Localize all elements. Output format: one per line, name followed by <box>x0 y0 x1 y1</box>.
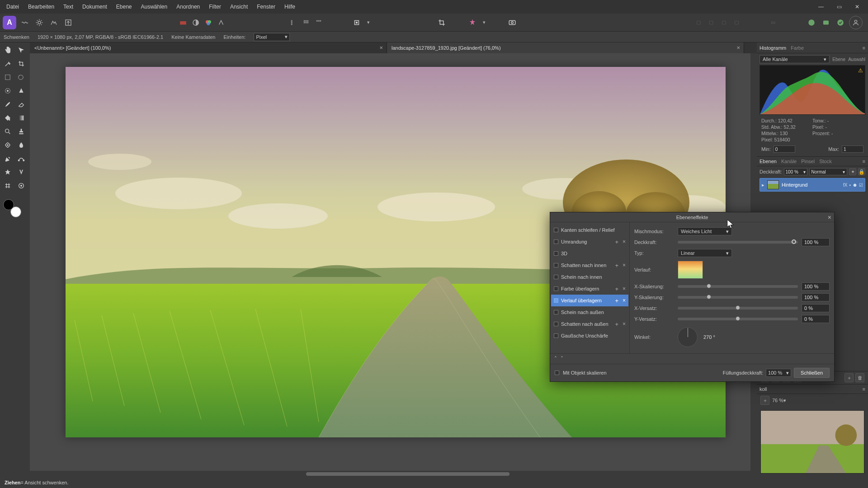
fx-remove-icon[interactable]: × <box>623 321 626 327</box>
angle-value[interactable]: 270 ° <box>701 333 729 341</box>
fx-remove-icon[interactable]: × <box>623 262 626 268</box>
persona-liquify-icon[interactable] <box>19 17 31 28</box>
angle-dial[interactable] <box>678 327 698 347</box>
align-left-icon[interactable] <box>288 17 299 28</box>
yoffset-slider[interactable] <box>678 318 798 320</box>
tab-brushes[interactable]: Pinsel <box>801 159 815 164</box>
fx-remove-icon[interactable]: × <box>623 286 626 292</box>
fx-checkbox[interactable] <box>554 286 558 291</box>
max-input[interactable] <box>842 145 863 153</box>
visible-icon[interactable]: ⏺ <box>853 183 857 188</box>
fx-checkbox[interactable] <box>554 322 558 326</box>
persona-export-icon[interactable] <box>62 17 74 28</box>
navigator-preview[interactable] <box>760 410 864 474</box>
tab-histogram[interactable]: Histogramm <box>760 45 786 51</box>
fx-item-8[interactable]: Schatten nach außen+× <box>551 318 628 330</box>
layer-opacity-input[interactable]: 100 %▾ <box>784 168 807 175</box>
fx-checkbox[interactable] <box>554 275 558 279</box>
anchor-dropdown-icon[interactable]: ▾ <box>365 17 372 28</box>
fx-item-0[interactable]: Kanten schleifen / Relief <box>551 224 628 236</box>
vector-crop-tool[interactable] <box>15 179 28 192</box>
blend-mode-select[interactable]: Normal▾ <box>809 168 847 175</box>
mesh-tool[interactable] <box>1 179 14 192</box>
flood-select-tool[interactable] <box>15 84 28 97</box>
fx-checkbox[interactable] <box>554 333 558 338</box>
gradient-tool[interactable] <box>15 112 28 124</box>
menu-filter[interactable]: Filter <box>204 2 226 12</box>
fx-item-2[interactable]: 3D <box>551 248 628 259</box>
panel-menu-icon[interactable]: ≡ <box>863 45 865 51</box>
layer-fx-button[interactable]: ✦ <box>849 168 856 175</box>
tab-stock[interactable]: Stock <box>819 159 832 164</box>
move-tool[interactable] <box>15 44 28 56</box>
fx-checkbox[interactable] <box>554 228 558 232</box>
menu-fenster[interactable]: Fenster <box>252 2 280 12</box>
stock-icon[interactable] <box>506 17 518 28</box>
blendmode-select[interactable]: Weiches Licht▾ <box>678 227 732 235</box>
anchor-target-icon[interactable] <box>351 17 363 28</box>
fx-item-4[interactable]: Schein nach innen <box>551 271 628 283</box>
scale-with-object-checkbox[interactable] <box>555 371 559 375</box>
paint-brush-tool[interactable] <box>1 98 14 111</box>
menu-ansicht[interactable]: Ansicht <box>226 2 252 12</box>
quickfx-icon[interactable] <box>467 17 478 28</box>
yoffset-value[interactable]: 0 % <box>802 315 830 323</box>
fx-item-3[interactable]: Schatten nach innen+× <box>551 259 628 271</box>
fx-add-icon[interactable]: + <box>615 321 618 328</box>
fx-checkbox[interactable] <box>554 310 558 314</box>
horizontal-scrollbar[interactable] <box>30 471 757 477</box>
selection-rect-tool[interactable] <box>1 71 14 84</box>
opacity-slider[interactable] <box>678 241 798 244</box>
persona-tonemap-icon[interactable] <box>48 17 60 28</box>
fx-checkbox[interactable] <box>554 263 558 267</box>
fx-item-1[interactable]: Umrandung+× <box>551 236 628 248</box>
opacity-value[interactable]: 100 % <box>802 238 830 246</box>
xoffset-value[interactable]: 0 % <box>802 304 830 312</box>
align-right-icon[interactable] <box>313 17 325 28</box>
quickfx-dropdown-icon[interactable]: ▾ <box>481 17 487 28</box>
close-icon[interactable]: × <box>736 44 740 51</box>
yscale-slider[interactable] <box>678 296 798 299</box>
fx-add-icon[interactable]: + <box>615 262 618 269</box>
delete-layer-button[interactable]: 🗑 <box>855 373 864 382</box>
persona-develop-icon[interactable] <box>33 17 45 28</box>
layer-item[interactable]: ▸ Hintergrund fX▪⏺☑ <box>760 178 865 192</box>
nav-menu-icon[interactable]: ≡ <box>863 386 865 392</box>
selection-brush-tool[interactable] <box>1 84 14 97</box>
menu-hilfe[interactable]: Hilfe <box>280 2 300 12</box>
type-select[interactable]: Linear▾ <box>678 249 732 257</box>
menu-text[interactable]: Text <box>59 2 78 12</box>
nav-add-button[interactable]: ＋ <box>760 396 769 405</box>
menu-bearbeiten[interactable]: Bearbeiten <box>24 2 59 12</box>
autocontrast-icon[interactable] <box>215 17 227 28</box>
cloud-new-icon[interactable] <box>806 17 817 28</box>
xoffset-slider[interactable] <box>678 307 798 310</box>
channel-select[interactable]: Alle Kanäle▾ <box>760 55 830 63</box>
fx-remove-icon[interactable]: × <box>623 297 626 304</box>
menu-dokument[interactable]: Dokument <box>78 2 112 12</box>
fx-next-button[interactable]: ˅ <box>559 356 565 362</box>
document-tab-1[interactable]: <Unbenannt> [Geändert] (100,0%)× <box>30 42 387 53</box>
close-button[interactable]: Schließen <box>794 368 830 378</box>
layers-menu-icon[interactable]: ≡ <box>863 159 865 164</box>
fx-checkbox[interactable] <box>554 298 558 303</box>
selection-free-tool[interactable] <box>15 71 28 84</box>
crop-tool[interactable] <box>15 57 28 70</box>
xscale-slider[interactable] <box>678 285 798 288</box>
hist-selection-button[interactable]: Auswahl <box>848 57 865 62</box>
hist-layer-button[interactable]: Ebene <box>832 57 845 62</box>
erase-tool[interactable] <box>15 98 28 111</box>
min-input[interactable] <box>774 145 795 153</box>
fx-checkbox[interactable] <box>554 251 558 256</box>
maximize-button[interactable]: ▭ <box>830 1 848 13</box>
cloud-sync-icon[interactable] <box>835 17 846 28</box>
menu-datei[interactable]: Datei <box>2 2 24 12</box>
fx-item-6[interactable]: Verlauf überlagern+× <box>551 295 628 306</box>
close-dialog-button[interactable]: × <box>828 214 831 221</box>
fx-item-7[interactable]: Schein nach außen <box>551 306 628 318</box>
gradient-swatch[interactable] <box>678 261 703 279</box>
crop-icon[interactable] <box>436 17 448 28</box>
tab-navigator[interactable]: koll <box>760 386 767 392</box>
fill-opacity-input[interactable]: 100 %▾ <box>766 369 791 377</box>
autocolor-icon[interactable] <box>203 17 214 28</box>
